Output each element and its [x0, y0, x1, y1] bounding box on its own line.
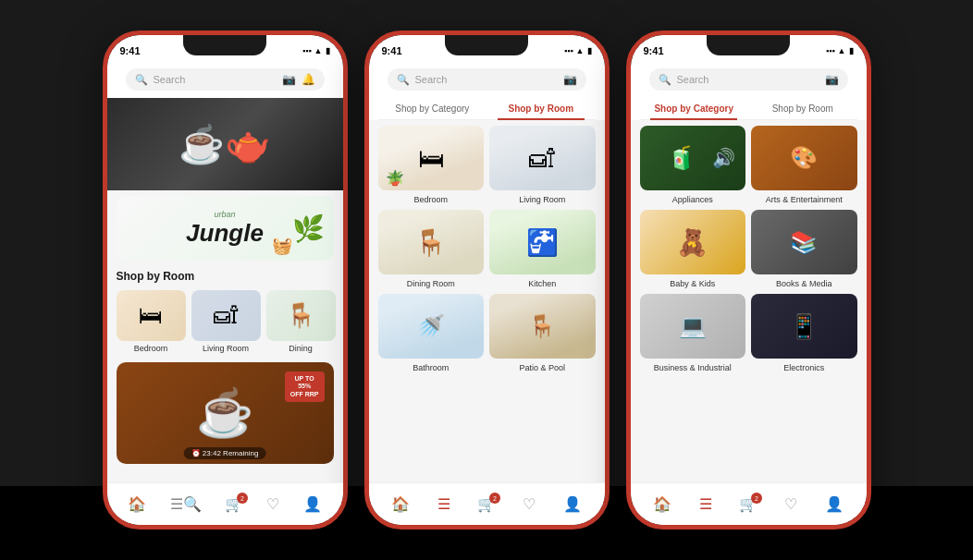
home-icon-3: 🏠	[653, 495, 671, 513]
camera-icon-3[interactable]: 📷	[825, 73, 839, 86]
cat-label-bath-2: Bathroom	[413, 361, 449, 372]
notch-2	[445, 35, 528, 55]
cat-img-appliances-3	[640, 126, 746, 190]
signal-icon-2: ▪▪▪	[564, 46, 573, 55]
nav-home-1[interactable]: 🏠	[128, 495, 146, 513]
cat-kitchen-2[interactable]: Kitchen	[489, 210, 596, 288]
cat-bathroom-2[interactable]: Bathroom	[378, 294, 485, 372]
search-icon-2: 🔍	[397, 74, 410, 86]
cat-img-biz-3	[640, 294, 746, 359]
cat-appliances-3[interactable]: Appliances	[640, 126, 746, 204]
bottom-nav-1: 🏠 ☰🔍 🛒 2 ♡ 👤	[107, 482, 343, 525]
nav-wishlist-1[interactable]: ♡	[266, 495, 279, 513]
notch-3	[707, 35, 790, 55]
section-title-1: Shop by Room	[107, 266, 343, 286]
nav-cart-1[interactable]: 🛒 2	[225, 495, 243, 513]
phone-1-content: ☕🫖 urban Jungle 🌿 🧺 Shop by Room	[107, 98, 343, 525]
cat-electronics-3[interactable]: Electronics	[751, 294, 857, 372]
tab-label-room-2: Shop by Room	[508, 103, 573, 114]
nav-profile-2[interactable]: 👤	[563, 495, 582, 513]
nav-profile-3[interactable]: 👤	[825, 495, 844, 513]
status-icons-1: ▪▪▪ ▲ ▮	[302, 46, 330, 55]
cat-label-living-2: Living Room	[519, 193, 565, 204]
heart-icon-3: ♡	[784, 495, 797, 513]
nav-profile-1[interactable]: 👤	[303, 495, 322, 513]
camera-icon-2[interactable]: 📷	[563, 73, 577, 86]
promo-banner[interactable]: ☕ UP TO55%OFF RRP ⏰ 23:42 Remaining	[117, 362, 334, 464]
room-label-living-1: Living Room	[191, 344, 261, 353]
plant-icon: 🌿	[292, 213, 325, 244]
nav-home-2[interactable]: 🏠	[391, 495, 410, 513]
room-scroll-1: 🛏 Bedroom 🛋 Living Room 🪑	[107, 286, 343, 357]
phone-2: 9:41 ▪▪▪ ▲ ▮ 🔍 Search 📷	[364, 30, 610, 530]
cat-label-books-3: Books & Media	[776, 277, 832, 288]
heart-icon-2: ♡	[523, 495, 536, 513]
nav-search-1[interactable]: ☰🔍	[170, 495, 202, 513]
search-icon-1: 🔍	[135, 74, 148, 86]
nav-wishlist-3[interactable]: ♡	[784, 495, 797, 513]
nav-home-3[interactable]: 🏠	[653, 495, 671, 513]
cart-badge-3: 2	[751, 493, 762, 504]
category-grid-3: Appliances Arts & Entertainment Baby & K…	[631, 120, 867, 378]
notch-1	[183, 35, 266, 55]
jungle-banner[interactable]: urban Jungle 🌿 🧺	[117, 196, 334, 261]
room-label-dining-1: Dining	[266, 344, 336, 353]
hero-image-1: ☕🫖	[107, 98, 343, 190]
search-nav-icon-1: ☰🔍	[170, 495, 202, 513]
tab-shop-category-3[interactable]: Shop by Category	[640, 98, 749, 119]
wifi-icon-2: ▲	[576, 46, 585, 55]
room-item-bedroom-1[interactable]: 🛏 Bedroom	[117, 290, 186, 353]
tab-shop-room-2[interactable]: Shop by Room	[486, 98, 596, 119]
cat-img-living-2	[489, 126, 596, 190]
cat-patio-2[interactable]: Patio & Pool	[489, 294, 596, 372]
search-bar-1[interactable]: 🔍 Search 📷 🔔	[126, 68, 325, 91]
cat-label-dining-2: Dining Room	[407, 277, 455, 288]
tab-shop-room-3[interactable]: Shop by Room	[748, 98, 857, 119]
home-icon-1: 🏠	[128, 495, 146, 513]
cat-label-patio-2: Patio & Pool	[519, 361, 565, 372]
search-bar-2[interactable]: 🔍 Search 📷	[388, 68, 586, 91]
cat-label-kitchen-2: Kitchen	[528, 277, 556, 288]
heart-icon-1: ♡	[266, 495, 279, 513]
cat-img-elec-3	[751, 294, 857, 359]
cat-img-baby-3	[640, 210, 746, 274]
profile-icon-1: 👤	[303, 495, 322, 513]
cat-img-patio-2	[489, 294, 596, 359]
profile-icon-2: 👤	[563, 495, 582, 513]
cart-badge-1: 2	[237, 493, 248, 504]
coffee-icon: ☕	[196, 386, 253, 440]
wifi-icon: ▲	[314, 46, 323, 55]
tab-shop-category-2[interactable]: Shop by Category	[378, 98, 487, 119]
search-bar-3[interactable]: 🔍 Search 📷	[649, 68, 848, 91]
wifi-icon-3: ▲	[838, 46, 846, 55]
cat-label-appliances-3: Appliances	[672, 193, 713, 204]
cat-dining-2[interactable]: Dining Room	[378, 210, 485, 288]
cat-label-baby-3: Baby & Kids	[670, 277, 715, 288]
cat-books-3[interactable]: Books & Media	[751, 210, 857, 288]
phone-1: 9:41 ▪▪▪ ▲ ▮ 🔍 Search 📷 🔔	[103, 30, 348, 530]
cat-arts-3[interactable]: Arts & Entertainment	[751, 126, 857, 204]
room-item-living-1[interactable]: 🛋 Living Room	[191, 290, 261, 353]
cat-biz-3[interactable]: Business & Industrial	[640, 294, 746, 372]
cat-label-biz-3: Business & Industrial	[654, 361, 732, 372]
cat-living-2[interactable]: Living Room	[489, 126, 596, 204]
nav-cart-2[interactable]: 🛒 2	[477, 495, 496, 513]
nav-search-3[interactable]: ☰	[699, 495, 712, 513]
phones-container: 9:41 ▪▪▪ ▲ ▮ 🔍 Search 📷 🔔	[84, 21, 890, 539]
cat-baby-3[interactable]: Baby & Kids	[640, 210, 746, 288]
bell-icon-1[interactable]: 🔔	[302, 73, 315, 86]
cat-bedroom-2[interactable]: Bedroom	[378, 126, 485, 204]
room-item-dining-1[interactable]: 🪑 Dining	[266, 290, 336, 353]
nav-cart-3[interactable]: 🛒 2	[739, 495, 757, 513]
cat-img-kitchen-2	[489, 210, 596, 274]
tabs-3: Shop by Category Shop by Room	[640, 98, 857, 120]
status-time-2: 9:41	[382, 45, 402, 56]
search-nav-icon-3: ☰	[699, 495, 712, 513]
battery-icon: ▮	[326, 46, 330, 55]
profile-icon-3: 👤	[825, 495, 844, 513]
nav-search-2[interactable]: ☰	[437, 495, 450, 513]
phone-2-content: Bedroom Living Room Dining Room Kitchen	[369, 120, 605, 525]
cart-badge-2: 2	[489, 493, 500, 504]
nav-wishlist-2[interactable]: ♡	[523, 495, 536, 513]
camera-icon-1[interactable]: 📷	[282, 73, 296, 86]
